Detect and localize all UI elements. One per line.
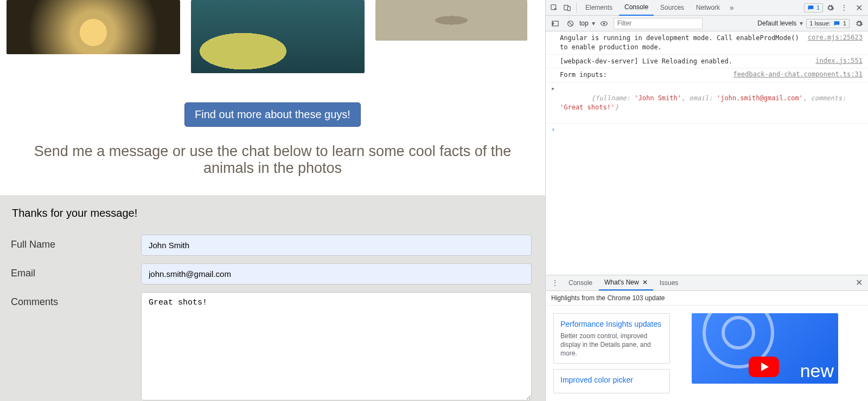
filter-input[interactable]: Filter (614, 18, 703, 29)
device-toggle-icon[interactable] (561, 2, 573, 14)
svg-rect-2 (567, 7, 570, 11)
log-levels-selector[interactable]: Default levels (757, 20, 803, 27)
drawer-title: Highlights from the Chrome 103 update (546, 291, 868, 306)
console-toolbar: top Filter Default levels 1 Issue: 1 (546, 16, 868, 31)
close-devtools-icon[interactable]: ✕ (852, 3, 866, 13)
tab-elements[interactable]: Elements (580, 1, 618, 15)
drawer-tab-issues[interactable]: Issues (654, 275, 684, 290)
context-selector[interactable]: top (579, 20, 595, 27)
card-desc: Better zoom control, improved display in… (560, 332, 663, 358)
log-source-link[interactable]: feedback-and-chat.component.ts:31 (733, 70, 863, 78)
card-title: Improved color picker (560, 375, 663, 385)
issues-pill[interactable]: 1 Issue: 1 (806, 19, 850, 28)
log-message: [webpack-dev-server] Live Reloading enab… (560, 57, 808, 66)
log-source-link[interactable]: index.js:551 (815, 57, 863, 64)
whatsnew-card[interactable]: Performance Insights updates Better zoom… (553, 313, 670, 364)
drawer-tabbar: ⋮ Console What's New ✕ Issues ✕ (546, 275, 868, 291)
issues-count: 1 (843, 20, 846, 27)
devtools-drawer: ⋮ Console What's New ✕ Issues ✕ Highligh… (546, 275, 868, 401)
tab-network[interactable]: Network (691, 1, 725, 15)
thanks-message: Thanks for your message! (12, 207, 534, 219)
log-line[interactable]: Form inputs: feedback-and-chat.component… (546, 68, 868, 82)
fullname-input[interactable] (141, 235, 532, 256)
clear-console-icon[interactable] (564, 17, 576, 29)
devtools-panel: Elements Console Sources Network » 1 ⋮ ✕… (545, 0, 868, 401)
tab-sources[interactable]: Sources (655, 1, 690, 15)
drawer-tab-whatsnew[interactable]: What's New ✕ (599, 275, 653, 290)
whatsnew-cards: Performance Insights updates Better zoom… (553, 313, 670, 393)
whatsnew-card[interactable]: Improved color picker (553, 369, 670, 393)
log-object[interactable]: ▸ {fullname: 'John Smith', email: 'john.… (546, 82, 868, 124)
close-drawer-icon[interactable]: ✕ (852, 277, 866, 288)
promo-text: new (800, 360, 834, 381)
inspect-icon[interactable] (548, 2, 560, 14)
comments-label: Comments (11, 292, 141, 308)
comments-textarea[interactable] (141, 292, 532, 400)
photo-2 (191, 0, 365, 73)
kebab-icon[interactable]: ⋮ (837, 3, 851, 12)
feedback-form: Thanks for your message! Full Name Email… (0, 195, 545, 401)
photo-row (0, 0, 545, 73)
console-settings-icon[interactable] (853, 17, 865, 29)
divider (576, 3, 577, 12)
settings-icon[interactable] (824, 2, 836, 14)
drawer-tab-label: What's New (604, 279, 639, 286)
issues-label: 1 Issue: (809, 20, 831, 27)
email-label: Email (11, 263, 141, 279)
find-out-more-button[interactable]: Find out more about these guys! (184, 102, 361, 127)
log-line[interactable]: Angular is running in development mode. … (546, 31, 868, 55)
email-input[interactable] (141, 263, 532, 284)
svg-point-5 (603, 22, 605, 24)
whatsnew-video[interactable]: new (692, 313, 838, 384)
message-count: 1 (816, 4, 820, 11)
sidebar-toggle-icon[interactable] (549, 17, 561, 29)
close-tab-icon[interactable]: ✕ (642, 279, 648, 286)
tabs-overflow-icon[interactable]: » (726, 3, 737, 12)
log-object-body: {fullname: 'John Smith', email: 'john.sm… (560, 85, 863, 121)
expand-caret-icon[interactable]: ▸ (551, 85, 557, 92)
log-message: Form inputs: (560, 70, 726, 80)
drawer-kebab-icon[interactable]: ⋮ (548, 279, 562, 287)
log-source-link[interactable]: core.mjs:25623 (808, 34, 863, 41)
play-icon (749, 357, 779, 377)
drawer-tab-console[interactable]: Console (563, 275, 598, 290)
console-output: Angular is running in development mode. … (546, 31, 868, 135)
console-prompt[interactable]: › (546, 124, 868, 135)
message-count-badge[interactable]: 1 (804, 3, 823, 12)
page-subheading: Send me a message or use the chat below … (10, 143, 535, 177)
photo-3 (375, 0, 527, 41)
log-message: Angular is running in development mode. … (560, 34, 800, 52)
fullname-label: Full Name (11, 235, 141, 250)
log-line[interactable]: [webpack-dev-server] Live Reloading enab… (546, 55, 868, 69)
photo-1 (7, 0, 180, 54)
devtools-tabbar: Elements Console Sources Network » 1 ⋮ ✕ (546, 0, 868, 16)
card-title: Performance Insights updates (560, 319, 663, 329)
tab-console[interactable]: Console (619, 0, 654, 16)
app-page: Find out more about these guys! Send me … (0, 0, 545, 401)
live-expression-icon[interactable] (598, 17, 610, 29)
